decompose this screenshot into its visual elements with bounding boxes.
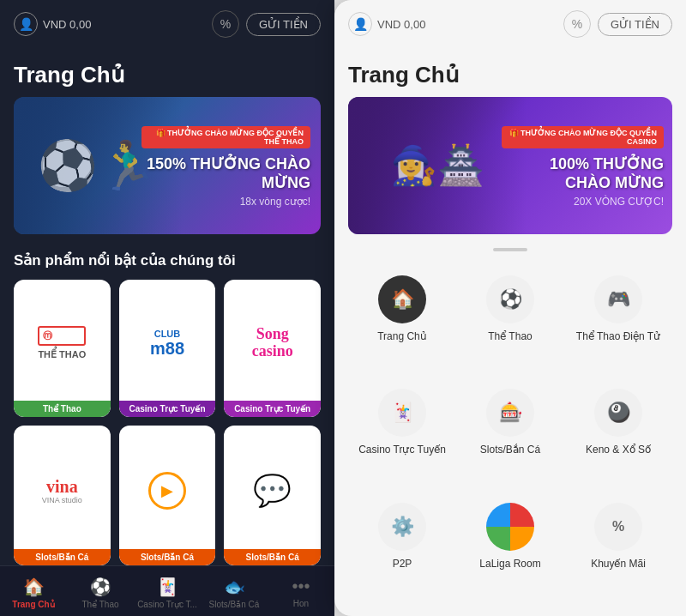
product-club-m88[interactable]: CLUB m88 Casino Trực Tuyến [119, 280, 216, 417]
right-gear-button[interactable]: % [563, 10, 591, 38]
club-m88-logo: CLUB m88 [119, 280, 216, 401]
left-banner-content: 🎁 THƯỞNG CHÀO MỪNG ĐỘC QUYỀN THỂ THAO 15… [141, 124, 310, 208]
product-chat[interactable]: 💬 Slots/Bắn Cá [224, 426, 321, 566]
p2p-icon: ⚙️ [378, 503, 426, 551]
left-header-actions: % GỬI TIỀN [212, 10, 321, 38]
left-user-icon: 👤 [14, 12, 38, 36]
nav-casino-icon: 🃏 [157, 577, 178, 597]
nav-casino-label: Casino Trực T... [137, 600, 197, 609]
nav-sports-icon: ⚽ [90, 577, 111, 597]
vina-logo: vina VINA studio [14, 426, 111, 550]
right-vnd-balance: VND 0,00 [377, 18, 425, 31]
left-vnd-balance: VND 0,00 [43, 18, 91, 31]
right-page-title: Trang Chủ [334, 48, 686, 97]
nav-menu-casino[interactable]: 🃏 Casino Trực Tuyến [348, 375, 456, 488]
trang-chu-label: Trang Chủ [377, 330, 427, 342]
keno-label: Keno & Xổ Số [586, 444, 651, 456]
left-bottom-nav: 🏠 Trang Chủ ⚽ Thể Thao 🃏 Casino Trực T..… [0, 565, 334, 616]
right-nav-menu: 🏠 Trang Chủ ⚽ Thể Thao 🎮 Thể Thao Điện T… [334, 255, 686, 616]
chat-tag: Slots/Bắn Cá [224, 549, 321, 565]
right-header: 👤 VND 0,00 % GỬI TIỀN [334, 0, 686, 48]
right-header-actions: % GỬI TIỀN [563, 10, 672, 38]
nav-more-label: Hon [293, 599, 309, 608]
song-logo: Songcasino [224, 280, 321, 401]
left-panel: 👤 VND 0,00 % GỬI TIỀN Trang Chủ ⚽🏃‍♂️ 🎁 … [0, 0, 334, 616]
the-thao-dt-label: Thể Thao Điện Tử [576, 330, 660, 342]
p2p-label: P2P [393, 558, 412, 570]
chat-logo: 💬 [224, 426, 321, 550]
right-banner-content: 🎁 THƯỞNG CHÀO MỪNG ĐỘC QUYỀN CASINO 100%… [502, 124, 664, 208]
nav-the-thao[interactable]: ⚽ Thể Thao [67, 573, 134, 613]
nav-menu-the-thao-dt[interactable]: 🎮 Thể Thao Điện Tử [564, 262, 672, 375]
keno-icon: 🎱 [594, 389, 642, 437]
left-banner: ⚽🏃‍♂️ 🎁 THƯỞNG CHÀO MỪNG ĐỘC QUYỀN THỂ T… [14, 97, 321, 234]
nav-trang-chu[interactable]: 🏠 Trang Chủ [0, 573, 67, 613]
product-song-casino[interactable]: Songcasino Casino Trực Tuyến [224, 280, 321, 417]
left-gear-button[interactable]: % [212, 10, 239, 38]
nav-slots-label: Slots/Bắn Cá [209, 600, 260, 609]
left-section-title: Sản phẩm nổi bật của chúng tôi [0, 248, 334, 280]
nav-menu-slots[interactable]: 🎰 Slots/Bắn Cá [456, 375, 564, 488]
left-banner-title: 150% THƯỞNG CHÀO MỪNG [141, 155, 310, 192]
nav-home-icon: 🏠 [23, 577, 45, 597]
right-separator [493, 248, 527, 251]
play-tag: Slots/Bắn Cá [119, 549, 216, 565]
left-header: 👤 VND 0,00 % GỬI TIỀN [0, 0, 334, 48]
nav-slots-icon: 🐟 [224, 577, 245, 597]
nav-sports-label: Thể Thao [81, 600, 118, 609]
khuyen-mai-label: Khuyến Mãi [591, 558, 646, 570]
the-thao-logo: ⓜ THỂ THAO [14, 280, 111, 401]
vina-tag: Slots/Bắn Cá [14, 549, 111, 565]
left-banner-badge: 🎁 THƯỞNG CHÀO MỪNG ĐỘC QUYỀN THỂ THAO [141, 126, 310, 148]
nav-menu-the-thao[interactable]: ⚽ Thể Thao [456, 262, 564, 375]
right-banner-sub: 20X VÒNG CƯỢC! [502, 196, 664, 208]
product-the-thao[interactable]: ⓜ THỂ THAO Thể Thao [14, 280, 111, 417]
nav-more[interactable]: ••• Hon [268, 573, 334, 613]
right-panel: 👤 VND 0,00 % GỬI TIỀN Trang Chủ 🧙‍♀️🏯 🎁 … [334, 0, 686, 616]
nav-menu-trang-chu[interactable]: 🏠 Trang Chủ [348, 262, 456, 375]
slots-menu-icon: 🎰 [486, 389, 534, 437]
club-m88-tag: Casino Trực Tuyến [119, 401, 216, 417]
nav-more-icon: ••• [292, 577, 310, 596]
laliga-icon: 🎨 [486, 503, 534, 551]
right-banner-badge: 🎁 THƯỞNG CHÀO MỪNG ĐỘC QUYỀN CASINO [502, 126, 664, 148]
right-banner: 🧙‍♀️🏯 🎁 THƯỞNG CHÀO MỪNG ĐỘC QUYỀN CASIN… [348, 97, 672, 234]
left-banner-sub: 18x vòng cược! [141, 196, 310, 208]
play-logo: ▶ [119, 426, 216, 550]
right-user-icon: 👤 [348, 12, 372, 36]
nav-menu-khuyen-mai[interactable]: % Khuyến Mãi [564, 489, 672, 602]
right-user-info: 👤 VND 0,00 [348, 12, 557, 36]
the-thao-tag: Thể Thao [14, 401, 111, 417]
the-thao-menu-label: Thể Thao [488, 330, 532, 342]
left-products-grid: ⓜ THỂ THAO Thể Thao CLUB m88 Casino Trực… [0, 280, 334, 565]
nav-casino[interactable]: 🃏 Casino Trực T... [134, 573, 201, 613]
slots-menu-label: Slots/Bắn Cá [480, 444, 540, 456]
casino-menu-label: Casino Trực Tuyến [358, 444, 446, 456]
the-thao-menu-icon: ⚽ [486, 275, 534, 323]
product-play[interactable]: ▶ Slots/Bắn Cá [119, 426, 216, 566]
nav-home-label: Trang Chủ [12, 600, 54, 609]
nav-slots[interactable]: 🐟 Slots/Bắn Cá [201, 573, 268, 613]
nav-menu-keno[interactable]: 🎱 Keno & Xổ Số [564, 375, 672, 488]
left-deposit-button[interactable]: GỬI TIỀN [246, 13, 321, 36]
casino-menu-icon: 🃏 [378, 389, 426, 437]
laliga-label: LaLiga Room [479, 558, 540, 570]
left-user-info: 👤 VND 0,00 [14, 12, 205, 36]
khuyen-mai-icon: % [594, 503, 642, 551]
the-thao-dt-icon: 🎮 [594, 275, 642, 323]
song-casino-tag: Casino Trực Tuyến [224, 401, 321, 417]
right-deposit-button[interactable]: GỬI TIỀN [598, 13, 672, 36]
right-banner-title: 100% THƯỞNG CHÀO MỪNG [502, 155, 664, 192]
left-page-title: Trang Chủ [0, 48, 334, 97]
nav-menu-p2p[interactable]: ⚙️ P2P [348, 489, 456, 602]
nav-menu-laliga[interactable]: 🎨 LaLiga Room [456, 489, 564, 602]
product-vina[interactable]: vina VINA studio Slots/Bắn Cá [14, 426, 111, 566]
trang-chu-icon: 🏠 [378, 275, 426, 323]
right-banner-bg: 🧙‍♀️🏯 [348, 97, 527, 234]
